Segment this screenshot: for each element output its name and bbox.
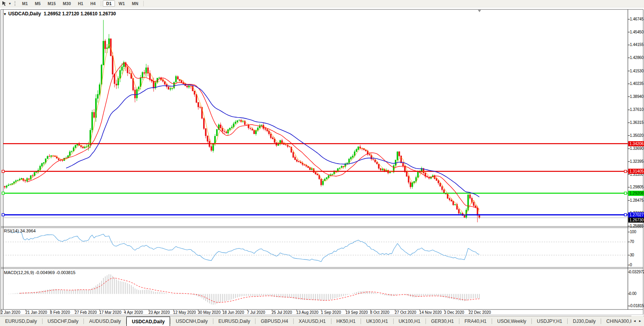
- price-axis-tick: 1.28475: [630, 198, 644, 203]
- tab-gbpusd-h4[interactable]: GBPUSD,H4: [255, 316, 293, 326]
- level-price-label: 1.31405: [628, 169, 644, 174]
- price-axis-tick: 1.44155: [630, 42, 644, 47]
- date-axis-label: 18 Jun 2020: [222, 310, 244, 315]
- price-axis-tick: 1.41530: [630, 69, 644, 73]
- tf-button-MN[interactable]: MN: [128, 0, 142, 7]
- collapse-ohlc-icon[interactable]: ▼: [3, 12, 7, 16]
- chart-title: ▼USDCAD,Daily 1.26952 1.27120 1.26610 1.…: [3, 11, 116, 17]
- tf-button-H4[interactable]: H4: [87, 0, 99, 7]
- level-price-label: 1.29208: [628, 191, 644, 196]
- macd-axis-tick: 0.00: [629, 291, 637, 296]
- date-axis-label: 19 Sep 2020: [346, 310, 368, 315]
- date-axis-label: 1 Sep 2020: [321, 310, 341, 315]
- level-price-label: 1.34206: [628, 141, 644, 146]
- rsi-label: RSI(14) 34.3964: [4, 228, 36, 233]
- level-price-label: 1.27027: [628, 212, 644, 217]
- rsi-axis-tick: 70: [630, 239, 634, 244]
- tab-uk100-h1[interactable]: UK100,H1: [361, 316, 393, 326]
- price-axis-tick: 1.37610: [630, 107, 644, 112]
- tf-button-D1[interactable]: D1: [103, 0, 115, 7]
- date-axis-label: 3 Dec 2020: [444, 310, 464, 315]
- rsi-axis-tick: 30: [630, 253, 634, 257]
- tab-usdchf-daily[interactable]: USDCHF,Daily: [43, 316, 84, 326]
- tab-fra40-h1[interactable]: FRA40,H1: [459, 316, 492, 326]
- tf-button-M1[interactable]: M1: [19, 0, 31, 7]
- date-axis-label: 4 Apr 2020: [124, 310, 143, 315]
- date-axis-label: 21 Jan 2020: [26, 310, 47, 315]
- tab-audusd-daily[interactable]: AUDUSD,Daily: [84, 316, 126, 326]
- tf-button-W1[interactable]: W1: [115, 0, 128, 7]
- rsi-axis-tick: 100: [630, 230, 636, 234]
- tf-button-M5[interactable]: M5: [31, 0, 44, 7]
- date-axis-label: 22 Dec 2020: [468, 310, 491, 315]
- date-axis-label: 27 Oct 2020: [395, 310, 416, 315]
- date-axis-label: 23 Apr 2020: [148, 310, 170, 315]
- date-axis-label: 14 Nov 2020: [419, 310, 442, 315]
- tab-eurusd-daily[interactable]: EURUSD,Daily: [213, 316, 255, 326]
- price-axis-tick: 1.33690: [630, 146, 644, 151]
- rsi-axis-tick: 0: [630, 263, 632, 267]
- date-axis-label: 12 May 2020: [173, 310, 196, 315]
- timeframe-buttons: M1M5M15M30H1H4D1W1MN: [19, 0, 145, 7]
- macd-axis-tick: -0.018154: [629, 304, 644, 308]
- tab-scroll-right-icon[interactable]: ►: [638, 319, 642, 323]
- date-axis-label: 8 Feb 2020: [50, 310, 70, 315]
- tf-button-M15[interactable]: M15: [44, 0, 59, 7]
- price-axis-tick: 1.40235: [630, 81, 644, 86]
- price-axis-tick: 1.38940: [630, 94, 644, 99]
- dropdown-caret-icon[interactable]: ▼: [8, 2, 11, 6]
- chart-canvas[interactable]: [3, 9, 628, 309]
- price-axis-tick: 1.42860: [630, 55, 644, 60]
- tf-button-H1[interactable]: H1: [74, 0, 87, 7]
- price-axis-tick: 1.29805: [630, 185, 644, 189]
- chart-title-ohlc: 1.26952 1.27120 1.26610 1.26730: [44, 11, 116, 17]
- date-axis-label: 7 Jul 2020: [247, 310, 265, 315]
- toolbar-separator: [101, 1, 101, 6]
- date-axis-label: 2 Jan 2020: [1, 310, 20, 315]
- price-axis-tick: 1.32395: [630, 159, 644, 164]
- tab-xauusd-h1[interactable]: XAUUSD,H1: [294, 316, 331, 326]
- price-axis-tick: 1.45450: [630, 30, 644, 34]
- macd-axis-tick: 0.032972: [629, 270, 644, 274]
- macd-label: MACD(12,26,9) -0.004969 -0.003815: [4, 270, 76, 275]
- price-axis-tick: 1.36315: [630, 120, 644, 125]
- tab-ger30-h1[interactable]: GER30,H1: [426, 316, 459, 326]
- tab-usdcad-daily[interactable]: USDCAD,Daily: [126, 317, 170, 326]
- date-axis-label: 17 Mar 2020: [99, 310, 121, 315]
- date-axis-label: 8 Oct 2020: [370, 310, 389, 315]
- tab-usoil-weekly[interactable]: USOil,Weekly: [492, 316, 531, 326]
- date-axis-label: 30 May 2020: [198, 310, 220, 315]
- date-axis-label: 25 Jul 2020: [272, 310, 292, 315]
- tab-usdjpy-h1[interactable]: USDJPY,H1: [532, 316, 567, 326]
- date-axis-label: 27 Feb 2020: [75, 310, 97, 315]
- price-axis-tick: 1.35020: [630, 133, 644, 138]
- chart-tabs: EURUSD,DailyUSDCHF,DailyAUDUSD,DailyUSDC…: [0, 316, 644, 326]
- tab-usdcnh-daily[interactable]: USDCNH,Daily: [170, 316, 213, 326]
- cursor-tool-icon[interactable]: [1, 1, 7, 6]
- price-axis-tick: 1.25885: [630, 224, 644, 228]
- tab-hk50-h1[interactable]: HK50,H1: [331, 316, 361, 326]
- price-axis-tick: 1.46745: [630, 17, 644, 21]
- toolbar-grip[interactable]: [15, 1, 15, 6]
- toolbar-separator: [143, 1, 144, 6]
- tab-scroll-arrows: ◄ ►: [631, 316, 643, 326]
- tab-scroll-left-icon[interactable]: ◄: [633, 319, 636, 323]
- current-price-label: 1.26730: [628, 217, 644, 223]
- tf-button-M30[interactable]: M30: [59, 0, 74, 7]
- tab-uk100-h1[interactable]: UK100,H1: [394, 316, 426, 326]
- top-toolbar: ▼ M1M5M15M30H1H4D1W1MN: [0, 0, 644, 7]
- tab-eurusd-daily[interactable]: EURUSD,Daily: [0, 316, 42, 326]
- tab-dj30-daily[interactable]: DJ30,Daily: [568, 316, 601, 326]
- chart-title-symbol: USDCAD,Daily: [8, 11, 41, 17]
- date-axis-label: 13 Aug 2020: [296, 310, 318, 315]
